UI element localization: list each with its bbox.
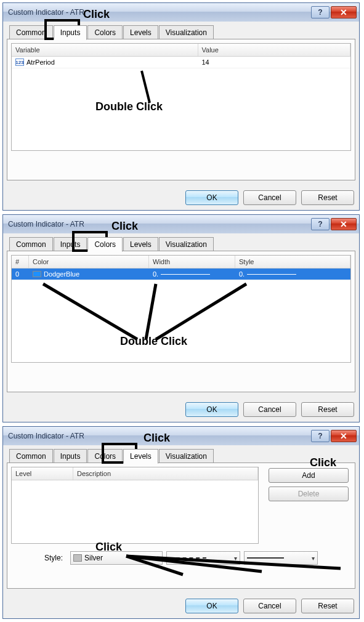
- cancel-button[interactable]: Cancel: [243, 190, 296, 205]
- style-row: Style: Silver ▾ ▾ ▾: [11, 551, 351, 565]
- header-style[interactable]: Style: [235, 256, 350, 268]
- tab-inputs[interactable]: Inputs: [54, 449, 87, 463]
- tab-colors[interactable]: Colors: [87, 237, 123, 252]
- tab-content-colors: # Color Width Style 0 DodgerBlue 0.: [7, 251, 355, 392]
- reset-button[interactable]: Reset: [301, 190, 354, 205]
- tab-levels[interactable]: Levels: [123, 25, 158, 39]
- close-button[interactable]: ✕: [331, 6, 357, 18]
- reset-button[interactable]: Reset: [301, 402, 354, 417]
- tabstrip: Common Inputs Colors Levels Visualizatio…: [7, 449, 355, 463]
- help-icon: ?: [318, 220, 322, 228]
- button-bar: OK Cancel Reset: [3, 592, 359, 618]
- levels-table[interactable]: Level Description: [11, 467, 259, 544]
- help-button[interactable]: ?: [311, 6, 330, 18]
- tab-common[interactable]: Common: [9, 237, 53, 251]
- tab-inputs[interactable]: Inputs: [54, 25, 87, 40]
- tab-common[interactable]: Common: [9, 25, 53, 39]
- close-button[interactable]: ✕: [331, 430, 357, 442]
- color-name: DodgerBlue: [44, 270, 79, 278]
- style-line-combo[interactable]: ▾: [166, 551, 240, 565]
- tabstrip: Common Inputs Colors Levels Visualizatio…: [7, 25, 355, 39]
- header-num[interactable]: #: [12, 256, 29, 268]
- width-preview-icon: [161, 274, 210, 275]
- style-value: 0.: [239, 270, 245, 278]
- table-row[interactable]: 123 AtrPeriod 14: [12, 57, 350, 68]
- inputs-header-row: Variable Value: [12, 44, 350, 57]
- close-icon: ✕: [340, 7, 347, 17]
- titlebar[interactable]: Custom Indicator - ATR ? ✕: [3, 215, 359, 233]
- ok-button[interactable]: OK: [185, 402, 238, 417]
- tab-common[interactable]: Common: [9, 449, 53, 463]
- table-row[interactable]: 0 DodgerBlue 0. 0.: [12, 269, 350, 280]
- dashed-line-icon: [169, 557, 206, 559]
- chevron-down-icon: ▾: [312, 555, 315, 562]
- window-title: Custom Indicator - ATR: [8, 8, 311, 17]
- header-value[interactable]: Value: [198, 44, 351, 56]
- header-level[interactable]: Level: [12, 467, 73, 480]
- colors-table[interactable]: # Color Width Style 0 DodgerBlue 0.: [11, 255, 351, 363]
- chevron-down-icon: ▾: [234, 555, 237, 562]
- titlebar[interactable]: Custom Indicator - ATR ? ✕: [3, 3, 359, 22]
- silver-swatch-icon: [73, 554, 82, 562]
- button-bar: OK Cancel Reset: [3, 184, 359, 210]
- tab-colors[interactable]: Colors: [87, 449, 123, 463]
- tab-visualization[interactable]: Visualization: [159, 449, 214, 463]
- style-color-combo[interactable]: Silver ▾: [70, 551, 163, 565]
- header-width[interactable]: Width: [149, 256, 235, 268]
- tab-colors[interactable]: Colors: [87, 25, 123, 39]
- levels-header-row: Level Description: [12, 467, 258, 480]
- variable-name: AtrPeriod: [26, 59, 55, 66]
- chevron-down-icon: ▾: [156, 555, 160, 562]
- style-thickness-combo[interactable]: ▾: [244, 551, 318, 565]
- close-button[interactable]: ✕: [331, 218, 357, 230]
- inputs-table[interactable]: Variable Value 123 AtrPeriod 14: [11, 43, 351, 151]
- cancel-button[interactable]: Cancel: [243, 599, 296, 613]
- delete-button: Delete: [269, 487, 349, 501]
- levels-side-buttons: Add Delete: [269, 468, 349, 501]
- help-button[interactable]: ?: [311, 430, 330, 442]
- dialog-atr-colors: Custom Indicator - ATR ? ✕ Common Inputs…: [2, 214, 360, 422]
- help-icon: ?: [318, 432, 322, 440]
- variable-value[interactable]: 14: [198, 57, 351, 68]
- titlebar[interactable]: Custom Indicator - ATR ? ✕: [3, 427, 359, 445]
- tab-content-levels: Level Description Add Delete Style: Silv…: [7, 462, 355, 589]
- style-label: Style:: [11, 554, 67, 562]
- tab-levels[interactable]: Levels: [123, 237, 158, 251]
- tab-visualization[interactable]: Visualization: [159, 25, 214, 39]
- integer-type-icon: 123: [15, 59, 24, 66]
- tab-levels[interactable]: Levels: [123, 449, 158, 464]
- close-icon: ✕: [340, 431, 347, 441]
- window-title: Custom Indicator - ATR: [8, 220, 311, 228]
- cancel-button[interactable]: Cancel: [243, 402, 296, 417]
- tabstrip: Common Inputs Colors Levels Visualizatio…: [7, 237, 355, 251]
- row-num: 0: [12, 269, 29, 280]
- colors-header-row: # Color Width Style: [12, 256, 350, 269]
- reset-button[interactable]: Reset: [301, 599, 354, 613]
- help-icon: ?: [318, 8, 322, 17]
- tab-content-inputs: Variable Value 123 AtrPeriod 14: [7, 39, 355, 180]
- header-description[interactable]: Description: [73, 467, 258, 480]
- close-icon: ✕: [340, 219, 347, 229]
- help-button[interactable]: ?: [311, 218, 330, 230]
- style-preview-icon: [247, 274, 296, 275]
- window-title: Custom Indicator - ATR: [8, 432, 311, 440]
- width-value: 0.: [153, 270, 158, 278]
- solid-line-icon: [247, 557, 284, 559]
- dialog-atr-levels: Custom Indicator - ATR ? ✕ Common Inputs…: [2, 426, 360, 619]
- color-swatch-icon: [33, 271, 41, 277]
- add-button[interactable]: Add: [269, 468, 349, 483]
- tab-inputs[interactable]: Inputs: [54, 237, 87, 251]
- header-color[interactable]: Color: [29, 256, 149, 268]
- tab-visualization[interactable]: Visualization: [159, 237, 214, 251]
- header-variable[interactable]: Variable: [12, 44, 198, 56]
- dialog-atr-inputs: Custom Indicator - ATR ? ✕ Common Inputs…: [2, 2, 360, 211]
- ok-button[interactable]: OK: [185, 599, 238, 613]
- button-bar: OK Cancel Reset: [3, 396, 359, 422]
- style-color-value: Silver: [84, 554, 103, 562]
- ok-button[interactable]: OK: [185, 190, 238, 205]
